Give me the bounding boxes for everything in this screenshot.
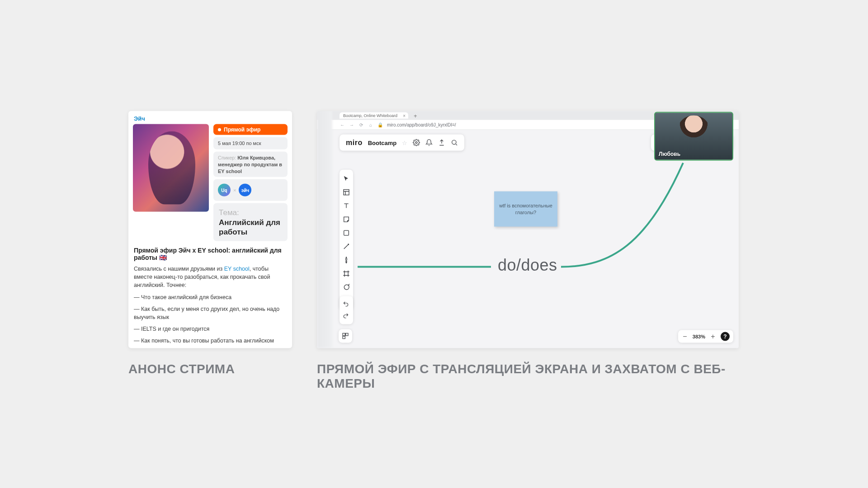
redo-icon[interactable] (343, 313, 350, 320)
channel-name[interactable]: Эйч (128, 111, 292, 124)
new-tab-button[interactable]: + (411, 112, 420, 119)
svg-rect-9 (346, 333, 348, 336)
text-icon[interactable] (343, 202, 350, 210)
lock-icon: 🔒 (377, 122, 383, 127)
reload-icon[interactable]: ⟳ (359, 122, 364, 127)
pen-icon[interactable] (343, 257, 350, 264)
theme-chip: Тема: Английский для работы (213, 203, 288, 241)
svg-rect-10 (343, 336, 345, 338)
bell-icon[interactable] (425, 139, 433, 146)
stream-datetime: 5 мая 19:00 по мск (213, 137, 288, 150)
theme-label: Тема: (219, 208, 239, 217)
undo-icon[interactable] (343, 301, 350, 308)
caption-left: АНОНС СТРИМА (128, 362, 235, 376)
frame-icon[interactable] (343, 270, 350, 277)
bullet-4: — Как понять, что вы готовы работать на … (134, 337, 287, 345)
partner-logo-2: эйч (239, 184, 251, 197)
intro-pre: Связались с нашими друзьями из (134, 266, 224, 272)
connector-line (358, 136, 728, 326)
presenter-name: Любовь (659, 151, 680, 157)
screen-share: Bootcamp, Online Whiteboard × + ← → ⟳ ⌂ … (317, 111, 739, 348)
sticky-icon[interactable] (343, 216, 350, 223)
comment-icon[interactable] (343, 284, 350, 291)
ey-school-link[interactable]: EY school (224, 266, 250, 272)
webcam-feed: Любовь (654, 112, 733, 161)
speaker-label: Спикер: (218, 155, 236, 160)
miro-history (340, 296, 353, 324)
close-icon[interactable]: × (403, 113, 406, 118)
bullet-3: — IELTS и где он пригодится (134, 324, 287, 333)
sticky-note[interactable]: wtf is вспомогательные глаголы? (494, 192, 557, 227)
select-icon[interactable] (343, 175, 350, 183)
forward-icon[interactable]: → (349, 122, 354, 127)
svg-rect-8 (343, 333, 345, 336)
telegram-post: Эйч Прямой эфир 5 мая 19:00 по мск Спике… (128, 111, 292, 348)
svg-point-1 (415, 142, 417, 144)
zoom-in-button[interactable]: + (710, 333, 716, 341)
post-title: Прямой эфир Эйч x EY school: английский … (128, 241, 292, 261)
export-icon[interactable] (438, 139, 445, 146)
miro-map-icon[interactable] (339, 329, 352, 343)
miro-toolbar: » (340, 170, 353, 310)
partner-logos: Uq × эйч (213, 179, 288, 201)
miro-header: miro Bootcamp ☆ (340, 135, 464, 151)
tab-title: Bootcamp, Online Whiteboard (343, 113, 397, 118)
search-icon[interactable] (451, 139, 458, 146)
speaker-chip: Спикер: Юля Кривцова, менеджер по продук… (213, 151, 288, 177)
partner-logo-1: Uq (218, 184, 231, 197)
svg-rect-6 (344, 190, 349, 195)
bullet-1: — Что такое английский для бизнеса (134, 293, 287, 301)
zoom-out-button[interactable]: − (682, 333, 688, 341)
back-icon[interactable]: ← (340, 122, 345, 127)
caption-right: ПРЯМОЙ ЭФИР С ТРАНСЛЯЦИЕЙ ЭКРАНА И ЗАХВА… (317, 362, 764, 391)
canvas-text[interactable]: do/does (498, 256, 557, 275)
settings-icon[interactable] (413, 139, 420, 146)
stream-sidebar-blur (317, 111, 332, 348)
live-badge: Прямой эфир (213, 124, 288, 135)
post-body: Связались с нашими друзьями из EY school… (128, 261, 292, 348)
star-icon[interactable]: ☆ (402, 139, 407, 146)
svg-rect-7 (344, 230, 349, 235)
shape-icon[interactable] (343, 230, 350, 237)
browser-tab[interactable]: Bootcamp, Online Whiteboard × (340, 113, 408, 119)
theme-text: Английский для работы (219, 218, 280, 236)
board-name[interactable]: Bootcamp (368, 139, 397, 146)
connection-icon[interactable] (343, 243, 350, 250)
template-icon[interactable] (343, 189, 350, 196)
home-icon[interactable]: ⌂ (368, 122, 373, 127)
help-button[interactable]: ? (721, 332, 730, 341)
zoom-controls: − 383% + ? (678, 330, 733, 343)
cover-photo (133, 124, 209, 212)
address-bar[interactable]: miro.com/app/board/o9J_kyrxlDI=/ (387, 122, 655, 127)
zoom-level[interactable]: 383% (693, 334, 705, 339)
bullet-2: — Как быть, если у меня сто других дел, … (134, 305, 287, 321)
svg-point-2 (452, 140, 456, 144)
logo-separator: × (233, 188, 236, 193)
miro-logo[interactable]: miro (346, 139, 363, 147)
